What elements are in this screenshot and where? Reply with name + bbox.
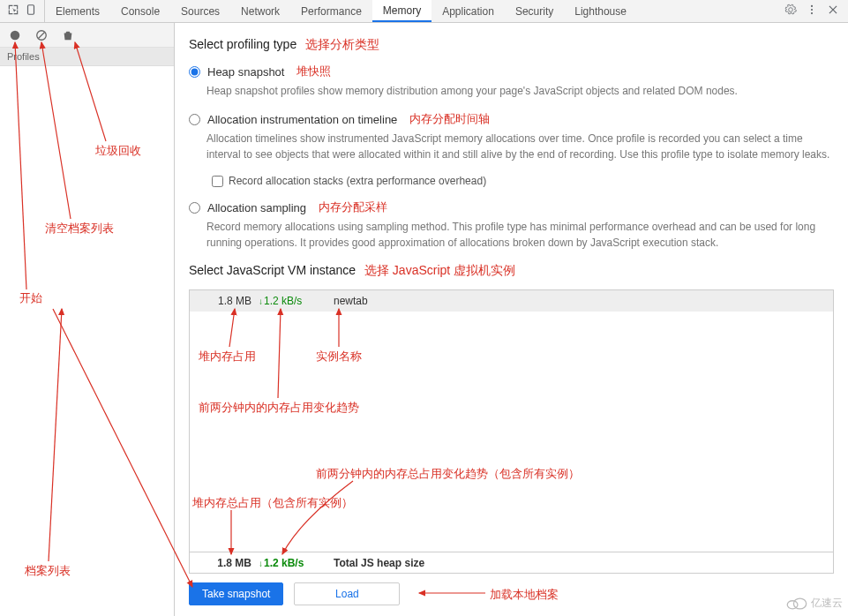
profiling-title-cn: 选择分析类型: [305, 37, 379, 51]
devtools-tab-bar: Elements Console Sources Network Perform…: [0, 0, 848, 23]
tab-application[interactable]: Application: [432, 0, 505, 22]
option-alloc-timeline-label-cn: 内存分配时间轴: [409, 111, 490, 127]
vm-title-text: Select JavaScript VM instance: [189, 263, 356, 277]
record-stacks-row[interactable]: Record allocation stacks (extra performa…: [212, 175, 834, 187]
profiles-header: Profiles: [0, 48, 174, 66]
option-alloc-sampling-desc: Record memory allocations using sampling…: [206, 219, 834, 251]
svg-point-4: [11, 30, 20, 40]
option-alloc-sampling-label: Allocation sampling: [207, 201, 306, 214]
tab-network[interactable]: Network: [230, 0, 290, 22]
tab-memory[interactable]: Memory: [372, 0, 432, 22]
vm-row-total: 1.8 MB 1.2 kB/s Total JS heap size: [190, 552, 833, 573]
svg-point-2: [811, 9, 813, 11]
tab-lighthouse[interactable]: Lighthouse: [564, 0, 637, 22]
tab-elements[interactable]: Elements: [45, 0, 110, 22]
vm-total-label: Total JS heap size: [316, 557, 424, 569]
vm-table: 1.8 MB 1.2 kB/s newtab 1.8 MB 1.2 kB/s T…: [189, 289, 834, 574]
option-alloc-timeline-desc: Allocation timelines show instrumented J…: [206, 131, 834, 162]
take-snapshot-button[interactable]: Take snapshot: [189, 582, 283, 605]
vm-instance-name: newtab: [316, 295, 368, 307]
vm-title: Select JavaScript VM instance 选择 JavaScr…: [189, 263, 834, 279]
record-stacks-checkbox[interactable]: [212, 176, 223, 187]
vm-title-cn: 选择 JavaScript 虚拟机实例: [364, 263, 515, 277]
option-heap-desc: Heap snapshot profiles show memory distr…: [206, 83, 834, 99]
tab-console[interactable]: Console: [110, 0, 170, 22]
vm-instance-size: 1.8 MB: [197, 295, 259, 307]
gear-icon[interactable]: [784, 4, 797, 19]
sidebar: Profiles: [0, 23, 175, 616]
option-heap-label: Heap snapshot: [207, 65, 284, 79]
sidebar-tools: [0, 23, 174, 48]
clear-icon[interactable]: [35, 29, 48, 41]
tab-tools-left: [0, 0, 45, 22]
watermark: 亿速云: [784, 596, 843, 611]
tabs-container: Elements Console Sources Network Perform…: [45, 0, 776, 22]
option-alloc-sampling[interactable]: Allocation sampling 内存分配采样: [189, 199, 834, 215]
option-alloc-sampling-label-cn: 内存分配采样: [319, 199, 387, 215]
gc-icon[interactable]: [62, 29, 74, 41]
svg-rect-0: [28, 5, 34, 15]
option-heap-label-cn: 堆快照: [296, 64, 331, 79]
profiling-title-text: Select profiling type: [189, 37, 296, 51]
content-pane: Select profiling type 选择分析类型 Heap snapsh…: [175, 23, 848, 616]
tab-sources[interactable]: Sources: [170, 0, 230, 22]
radio-heap-snapshot[interactable]: [189, 66, 200, 78]
radio-alloc-sampling[interactable]: [189, 202, 200, 214]
tab-performance[interactable]: Performance: [290, 0, 372, 22]
radio-alloc-timeline[interactable]: [189, 114, 200, 125]
record-icon[interactable]: [9, 29, 21, 41]
svg-point-18: [793, 598, 806, 609]
record-stacks-label: Record allocation stacks (extra performa…: [229, 175, 486, 187]
profiling-title: Select profiling type 选择分析类型: [189, 37, 834, 53]
inspect-icon[interactable]: [7, 4, 19, 19]
svg-point-1: [811, 5, 813, 7]
watermark-text: 亿速云: [811, 596, 843, 611]
vm-table-body: [190, 312, 833, 552]
vm-total-size: 1.8 MB: [197, 557, 259, 569]
tab-security[interactable]: Security: [505, 0, 564, 22]
svg-line-6: [39, 32, 45, 38]
option-alloc-timeline-label: Allocation instrumentation on timeline: [207, 113, 397, 126]
svg-point-3: [811, 12, 813, 14]
option-alloc-timeline[interactable]: Allocation instrumentation on timeline 内…: [189, 111, 834, 127]
vm-total-rate: 1.2 kB/s: [259, 557, 316, 569]
close-icon[interactable]: [827, 4, 839, 19]
option-heap-snapshot[interactable]: Heap snapshot 堆快照: [189, 64, 834, 79]
more-icon[interactable]: [806, 4, 818, 19]
tab-tools-right: [776, 4, 848, 19]
vm-instance-rate: 1.2 kB/s: [259, 295, 316, 307]
device-toggle-icon[interactable]: [25, 4, 37, 19]
load-button[interactable]: Load: [294, 582, 400, 605]
vm-row-instance[interactable]: 1.8 MB 1.2 kB/s newtab: [190, 290, 833, 312]
buttons-row: Take snapshot Load: [189, 582, 834, 605]
